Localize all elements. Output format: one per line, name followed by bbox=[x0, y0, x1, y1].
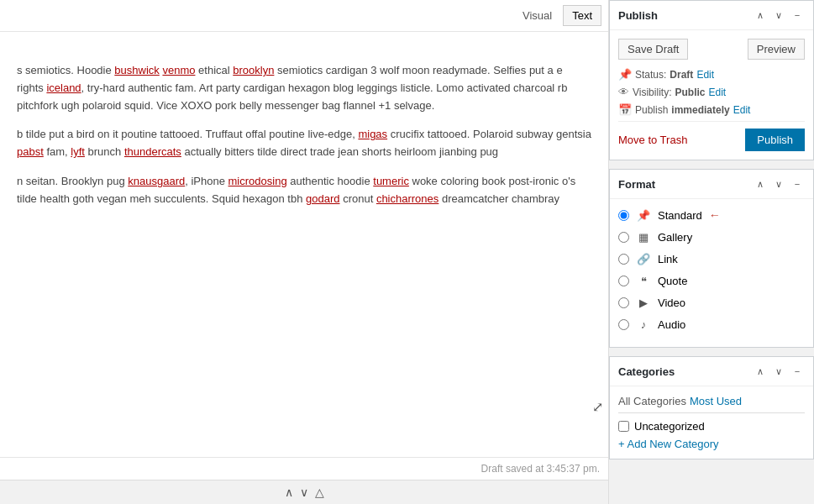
publish-panel-title: Publish bbox=[618, 9, 658, 22]
visibility-edit-link[interactable]: Edit bbox=[708, 87, 726, 98]
nav-chevron-up[interactable]: ∧ bbox=[285, 486, 293, 499]
format-radio-gallery[interactable] bbox=[618, 232, 629, 243]
format-label-gallery: Gallery bbox=[658, 231, 692, 244]
tab-visual[interactable]: Visual bbox=[513, 5, 561, 26]
categories-collapse[interactable]: − bbox=[790, 364, 805, 379]
format-option-video[interactable]: ▶ Video bbox=[618, 295, 805, 310]
format-label-quote: Quote bbox=[658, 275, 687, 287]
format-icon-gallery: ▦ bbox=[636, 229, 651, 244]
link-iceland[interactable]: iceland bbox=[46, 81, 81, 94]
publish-panel-header: Publish ∧ ∨ − bbox=[610, 1, 813, 30]
publish-panel-controls: ∧ ∨ − bbox=[753, 8, 805, 23]
visibility-icon: 👁 bbox=[618, 86, 629, 98]
save-draft-button[interactable]: Save Draft bbox=[618, 39, 688, 60]
format-arrow: ← bbox=[709, 208, 721, 222]
editor-body[interactable]: s semiotics. Hoodie bushwick venmo ethic… bbox=[0, 29, 608, 237]
publish-collapse[interactable]: − bbox=[790, 8, 805, 23]
format-collapse[interactable]: − bbox=[790, 176, 805, 192]
format-panel: Format ∧ ∨ − 📌 Standard ← ▦ Gallery 🔗 Li… bbox=[609, 169, 814, 348]
expand-icon[interactable]: ⤢ bbox=[592, 399, 603, 415]
publish-time-edit-link[interactable]: Edit bbox=[733, 104, 751, 116]
format-radio-link[interactable] bbox=[618, 254, 629, 265]
editor-toolbar: Visual Text bbox=[0, 0, 608, 32]
link-godard[interactable]: godard bbox=[306, 192, 339, 205]
sidebar: Publish ∧ ∨ − Save Draft Preview 📌 Statu… bbox=[608, 0, 814, 504]
format-label-standard: Standard bbox=[658, 209, 702, 222]
link-tumeric[interactable]: tumeric bbox=[373, 175, 409, 187]
publish-divider bbox=[618, 121, 805, 122]
format-panel-title: Format bbox=[618, 178, 655, 191]
category-item: Uncategorized bbox=[618, 420, 805, 433]
category-tab-most_used[interactable]: Most Used bbox=[690, 395, 742, 407]
publish-panel-body: Save Draft Preview 📌 Status: Draft Edit … bbox=[610, 30, 813, 160]
publish-time-value: immediately bbox=[671, 104, 729, 116]
format-chevron-up[interactable]: ∧ bbox=[753, 176, 768, 192]
category-tab-all[interactable]: All Categories bbox=[618, 395, 686, 407]
format-radio-standard[interactable] bbox=[618, 210, 629, 221]
category-tabs: All CategoriesMost Used bbox=[618, 395, 805, 413]
link-bushwick[interactable]: bushwick bbox=[114, 64, 159, 76]
categories-panel-body: All CategoriesMost Used Uncategorized + … bbox=[610, 386, 813, 459]
publish-chevron-up[interactable]: ∧ bbox=[753, 8, 768, 23]
publish-button[interactable]: Publish bbox=[745, 129, 805, 151]
format-icon-video: ▶ bbox=[636, 295, 651, 310]
publish-actions: Save Draft Preview bbox=[618, 39, 805, 60]
format-icon-audio: ♪ bbox=[636, 317, 651, 332]
status-edit-link[interactable]: Edit bbox=[696, 69, 714, 81]
category-items: Uncategorized bbox=[618, 420, 805, 433]
publish-time-row: 📅 Publish immediately Edit bbox=[618, 103, 805, 116]
publish-time-label: Publish bbox=[635, 104, 668, 116]
format-icon-link: 🔗 bbox=[636, 251, 651, 266]
category-checkbox[interactable] bbox=[618, 421, 629, 432]
editor-paragraph-3: n seitan. Brooklyn pug knausgaard, iPhon… bbox=[17, 173, 591, 208]
link-pabst[interactable]: pabst bbox=[17, 145, 44, 158]
link-chicharrones[interactable]: chicharrones bbox=[376, 192, 439, 205]
categories-chevron-down[interactable]: ∨ bbox=[771, 364, 786, 379]
move-to-trash-button[interactable]: Move to Trash bbox=[618, 134, 687, 146]
format-label-link: Link bbox=[658, 253, 678, 265]
categories-chevron-up[interactable]: ∧ bbox=[753, 364, 768, 379]
format-option-gallery[interactable]: ▦ Gallery bbox=[618, 229, 805, 244]
format-option-link[interactable]: 🔗 Link bbox=[618, 251, 805, 266]
preview-button[interactable]: Preview bbox=[748, 39, 805, 60]
status-label: Status: bbox=[635, 69, 666, 81]
categories-panel-controls: ∧ ∨ − bbox=[753, 364, 805, 379]
link-lyft[interactable]: lyft bbox=[71, 145, 85, 158]
link-brooklyn[interactable]: brooklyn bbox=[233, 64, 274, 76]
format-option-audio[interactable]: ♪ Audio bbox=[618, 317, 805, 332]
editor-paragraph-1: s semiotics. Hoodie bushwick venmo ethic… bbox=[17, 62, 591, 114]
format-panel-header: Format ∧ ∨ − bbox=[610, 170, 813, 199]
format-panel-controls: ∧ ∨ − bbox=[753, 176, 805, 192]
status-row: 📌 Status: Draft Edit bbox=[618, 68, 805, 81]
publish-panel: Publish ∧ ∨ − Save Draft Preview 📌 Statu… bbox=[609, 0, 814, 160]
editor-area: Visual Text s semiotics. Hoodie bushwick… bbox=[0, 0, 608, 504]
format-icon-standard: 📌 bbox=[636, 207, 651, 223]
format-radio-video[interactable] bbox=[618, 297, 629, 308]
format-option-standard[interactable]: 📌 Standard ← bbox=[618, 207, 805, 223]
categories-panel-title: Categories bbox=[618, 365, 675, 378]
link-migas[interactable]: migas bbox=[358, 128, 387, 140]
publish-time-icon: 📅 bbox=[618, 103, 632, 116]
format-radio-audio[interactable] bbox=[618, 319, 629, 330]
format-chevron-down[interactable]: ∨ bbox=[771, 176, 786, 192]
format-icon-quote: ❝ bbox=[636, 273, 651, 288]
link-knausgaard[interactable]: knausgaard bbox=[128, 175, 185, 187]
editor-nav-bar: ∧ ∨ △ bbox=[0, 480, 608, 504]
nav-expand[interactable]: △ bbox=[315, 486, 324, 499]
editor-content-wrapper: Visual Text s semiotics. Hoodie bushwick… bbox=[0, 0, 608, 457]
add-new-category-link[interactable]: + Add New Category bbox=[618, 438, 805, 450]
editor-footer: Draft saved at 3:45:37 pm. bbox=[0, 457, 608, 480]
format-label-video: Video bbox=[658, 297, 685, 309]
format-radio-quote[interactable] bbox=[618, 276, 629, 286]
editor-paragraph-2: b tilde put a bird on it poutine tattooe… bbox=[17, 126, 591, 161]
visibility-row: 👁 Visibility: Public Edit bbox=[618, 86, 805, 98]
link-venmo[interactable]: venmo bbox=[162, 64, 195, 76]
status-value: Draft bbox=[670, 69, 693, 81]
publish-footer: Move to Trash Publish bbox=[618, 129, 805, 151]
link-microdosing[interactable]: microdosing bbox=[228, 175, 287, 187]
link-thundercats[interactable]: thundercats bbox=[124, 145, 181, 158]
nav-chevron-down[interactable]: ∨ bbox=[300, 486, 308, 499]
tab-text[interactable]: Text bbox=[563, 5, 601, 26]
publish-chevron-down[interactable]: ∨ bbox=[771, 8, 786, 23]
format-option-quote[interactable]: ❝ Quote bbox=[618, 273, 805, 288]
